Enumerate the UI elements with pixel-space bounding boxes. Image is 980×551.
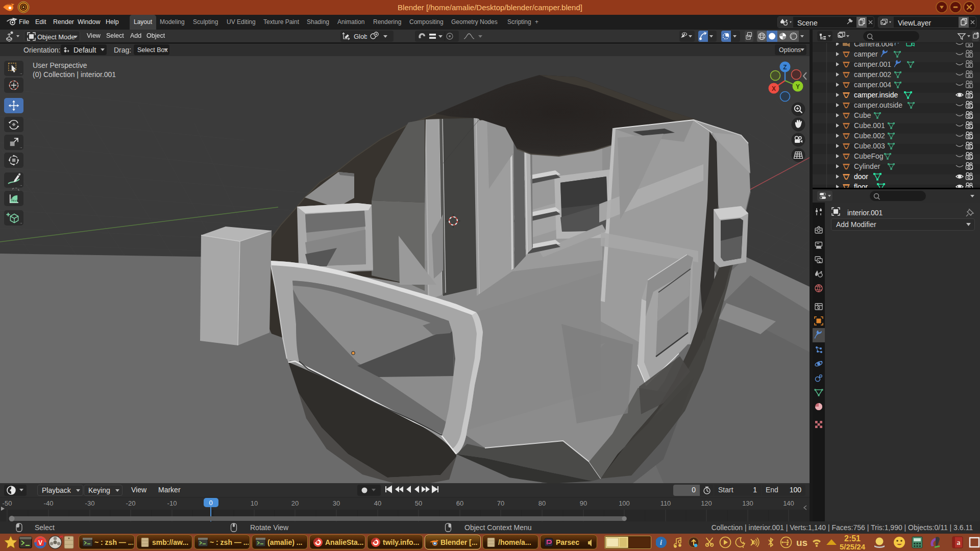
svg-text:0: 0	[209, 499, 212, 507]
svg-text:Z: Z	[783, 64, 787, 71]
svg-text:floor: floor	[854, 183, 868, 188]
svg-text:camper.001: camper.001	[854, 60, 891, 68]
svg-text:camper.004: camper.004	[854, 81, 891, 89]
svg-text:Cube.001: Cube.001	[854, 121, 885, 130]
svg-text:camper.inside: camper.inside	[854, 91, 898, 99]
svg-text:Cylinder: Cylinder	[854, 162, 880, 170]
svg-text:140: 140	[783, 499, 794, 507]
svg-text:2:51: 2:51	[844, 534, 861, 543]
svg-text:-40: -40	[44, 499, 54, 507]
svg-text:Cube.003: Cube.003	[854, 142, 885, 150]
svg-text:-20: -20	[126, 499, 136, 507]
svg-text:Y: Y	[796, 83, 800, 90]
svg-text:30: 30	[333, 499, 340, 507]
svg-text:-30: -30	[85, 499, 95, 507]
svg-text:camper.outside: camper.outside	[854, 101, 902, 109]
svg-text:CubeFog: CubeFog	[854, 152, 884, 160]
svg-text:Camera.004: Camera.004	[854, 43, 893, 48]
svg-text:10: 10	[251, 499, 258, 507]
svg-text:X: X	[772, 85, 776, 92]
svg-text:camper.002: camper.002	[854, 70, 891, 79]
svg-text:-50: -50	[3, 499, 12, 507]
svg-text:Cube.002: Cube.002	[854, 132, 885, 140]
svg-text:V: V	[38, 539, 42, 546]
svg-text:110: 110	[660, 499, 671, 507]
svg-text:50: 50	[415, 499, 422, 507]
svg-text:130: 130	[742, 499, 753, 507]
svg-text:70: 70	[497, 499, 504, 507]
svg-text:us: us	[796, 537, 807, 548]
svg-text:Object Context Menu: Object Context Menu	[464, 523, 532, 532]
svg-text:120: 120	[701, 499, 712, 507]
svg-text:Select: Select	[35, 523, 55, 532]
svg-text:20: 20	[291, 499, 299, 507]
svg-text:a: a	[957, 539, 961, 546]
svg-text:Rotate View: Rotate View	[250, 523, 289, 532]
svg-text:Cube: Cube	[854, 111, 871, 119]
svg-text:-10: -10	[167, 499, 177, 507]
svg-text:40: 40	[374, 499, 381, 507]
svg-text:5/25/24: 5/25/24	[840, 542, 866, 551]
svg-text:80: 80	[538, 499, 546, 507]
svg-text:90: 90	[580, 499, 587, 507]
svg-text:60: 60	[456, 499, 463, 507]
svg-text:100: 100	[619, 499, 630, 507]
svg-text:camper: camper	[854, 50, 878, 58]
svg-text:door: door	[854, 172, 868, 181]
